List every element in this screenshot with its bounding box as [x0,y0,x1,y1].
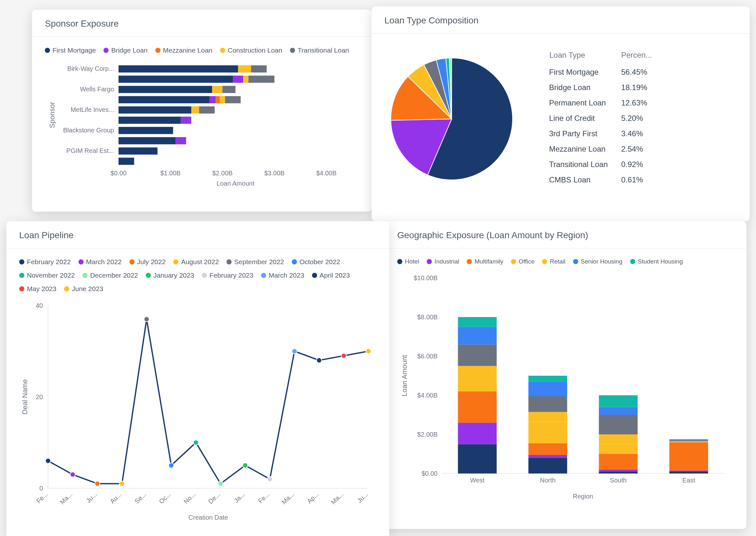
legend-label: Retail [550,258,565,265]
legend-item: November 2022 [19,272,75,279]
svg-rect-21 [118,117,181,124]
svg-rect-16 [225,96,241,103]
loan-type-pie-chart [384,51,519,186]
svg-rect-29 [118,158,134,165]
svg-rect-1 [238,65,251,73]
loan-type-label: 3rd Party First [549,126,608,141]
legend-item: January 2023 [146,272,194,279]
svg-text:Se...: Se... [133,490,148,505]
svg-text:South: South [610,477,627,484]
svg-text:$4.00B: $4.00B [316,170,336,177]
svg-rect-12 [118,96,209,103]
legend-label: Transitional Loan [298,47,349,54]
svg-point-52 [292,349,297,354]
legend-label: Hotel [405,258,419,265]
svg-point-42 [46,458,50,463]
svg-rect-107 [670,471,708,472]
svg-text:East: East [682,477,695,484]
legend-item: March 2023 [261,272,304,279]
legend-dot [19,273,24,278]
legend-dot [511,259,516,264]
svg-text:$6.00B: $6.00B [417,352,438,360]
svg-text:Fe...: Fe... [35,490,49,505]
svg-rect-88 [528,458,567,474]
svg-rect-2 [251,65,267,73]
svg-text:0: 0 [39,485,43,492]
svg-point-51 [267,477,272,482]
legend-item: Construction Loan [220,47,282,54]
loan-type-label: Bridge Loan [549,80,608,95]
svg-text:West: West [470,477,485,484]
svg-rect-7 [249,76,274,83]
svg-text:$8.00B: $8.00B [417,314,438,320]
svg-rect-95 [528,376,567,382]
svg-rect-93 [528,396,567,412]
loan-type-label: Mezzanine Loan [549,142,608,156]
table-row: Line of Credit 5.20% [539,111,652,126]
svg-rect-14 [216,96,220,103]
legend-item: Bridge Loan [104,47,147,54]
svg-point-53 [317,358,322,363]
svg-point-54 [341,353,346,358]
svg-rect-91 [528,421,567,443]
loan-type-label: Line of Credit [549,111,608,126]
dashboard: Sponsor Exposure First MortgageBridge Lo… [6,6,750,536]
loan-type-label: Permanent Loan [549,95,608,110]
legend-item: Office [511,258,534,265]
svg-rect-103 [599,407,638,415]
svg-text:Ju...: Ju... [356,490,369,504]
svg-text:$4.00B: $4.00B [417,392,438,399]
legend-label: Student Housing [638,258,683,265]
legend-dot [202,273,207,278]
svg-point-50 [242,463,248,468]
legend-dot [227,259,232,264]
svg-point-46 [144,317,149,322]
svg-text:Wells Fargo: Wells Fargo [80,85,114,93]
svg-text:Deal Name: Deal Name [21,379,29,415]
svg-point-47 [169,463,174,468]
legend-dot [292,259,297,264]
legend-dot [261,273,266,278]
legend-label: Mezzanine Loan [163,47,212,54]
legend-label: Construction Loan [228,47,282,54]
legend-dot [129,259,135,264]
legend-dot [290,48,295,53]
svg-text:$2.00B: $2.00B [212,170,233,177]
svg-rect-84 [458,344,497,366]
loan-type-pct: 5.20% [608,111,652,126]
svg-text:Blackstone Group: Blackstone Group [63,127,114,134]
svg-rect-17 [118,106,191,114]
loan-type-header-pct: Percen... [608,50,652,64]
svg-rect-27 [118,148,158,154]
svg-rect-89 [528,455,567,458]
svg-rect-23 [118,127,173,134]
sponsor-exposure-title: Sponsor Exposure [32,10,372,37]
legend-label: June 2023 [72,285,103,293]
svg-text:40: 40 [36,302,43,309]
svg-rect-19 [199,106,215,114]
legend-dot [630,259,635,264]
legend-label: September 2022 [234,258,284,266]
table-row: Mezzanine Loan 2.54% [539,142,652,156]
svg-rect-79 [458,444,497,474]
legend-dot [64,286,69,291]
svg-text:Ju...: Ju... [84,490,98,504]
svg-text:20: 20 [36,393,43,400]
svg-text:Region: Region [573,493,593,500]
svg-rect-111 [670,439,708,440]
legend-item: Retail [542,258,565,265]
svg-rect-101 [599,434,638,444]
svg-rect-9 [212,86,222,93]
svg-text:MetLife Inves...: MetLife Inves... [71,106,114,113]
table-row: Transitional Loan 0.92% [539,157,652,172]
svg-rect-13 [209,96,216,103]
sponsor-exposure-card: Sponsor Exposure First MortgageBridge Lo… [32,10,372,212]
svg-rect-102 [599,415,638,434]
legend-dot [146,273,151,278]
legend-dot [220,48,225,53]
legend-label: First Mortgage [52,47,96,54]
svg-text:$1.00B: $1.00B [161,170,181,177]
svg-point-49 [218,481,223,486]
legend-item: Industrial [427,258,459,265]
svg-text:No...: No... [182,490,197,505]
